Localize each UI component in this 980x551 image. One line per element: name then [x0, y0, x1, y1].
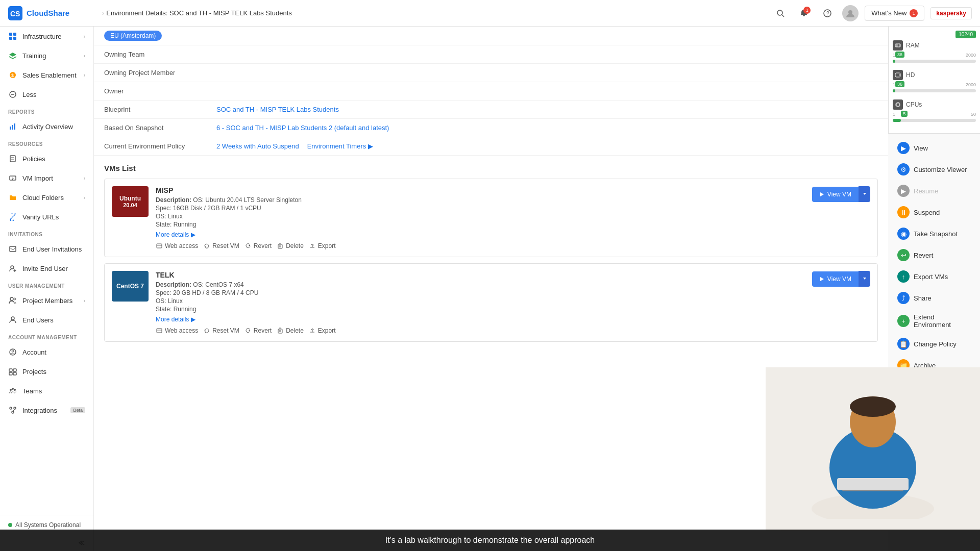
hd-slider[interactable]: 36	[893, 89, 976, 92]
svg-rect-10	[13, 37, 16, 40]
env-details-section: Owning Team Owning Project Member Owner …	[94, 45, 888, 156]
policy-label: Current Environment Policy	[104, 142, 216, 150]
dropdown-arrow-icon	[862, 191, 867, 196]
telk-play-icon	[819, 277, 824, 282]
notifications-button[interactable]: 1	[795, 5, 813, 22]
svg-rect-53	[278, 329, 282, 333]
policy-value[interactable]: 2 Weeks with Auto Suspend	[216, 142, 299, 150]
action-view[interactable]: ▶ View	[892, 138, 976, 158]
sales-icon: $	[8, 70, 17, 80]
sidebar-item-sales-enablement[interactable]: $ Sales Enablement ›	[0, 65, 93, 85]
telk-more-details[interactable]: More details ▶	[156, 316, 195, 323]
misp-more-details[interactable]: More details ▶	[156, 231, 195, 238]
svg-rect-79	[837, 478, 909, 490]
resource-top-section: 10240 RAM 1 2000	[888, 27, 980, 134]
sidebar-item-infrastructure[interactable]: Infrastructure ›	[0, 27, 93, 46]
help-icon: ?	[823, 9, 831, 17]
action-revert[interactable]: ↩ Revert	[892, 245, 976, 265]
sidebar-item-account[interactable]: Account	[0, 342, 93, 362]
misp-revert[interactable]: Revert	[244, 242, 272, 249]
misp-view-vm-dropdown[interactable]	[859, 186, 870, 202]
svg-rect-18	[10, 156, 15, 162]
telk-info: TELK Description: OS: CentOS 7 x64 Spec:…	[156, 271, 805, 334]
action-customize-viewer[interactable]: ⚙ Customize Viewer	[892, 159, 976, 180]
telk-web-access[interactable]: Web access	[156, 327, 198, 334]
top-resource-badge: 10240	[955, 31, 976, 38]
telk-delete[interactable]: Delete	[277, 327, 304, 334]
hd-range-top: 1 2000	[893, 82, 976, 87]
telk-revert[interactable]: Revert	[244, 327, 272, 334]
env-timers-button[interactable]: Environment Timers ▶	[307, 142, 373, 150]
sidebar-item-vm-import[interactable]: VM Import ›	[0, 168, 93, 188]
search-button[interactable]	[772, 5, 789, 22]
ram-badge: 36	[895, 52, 904, 58]
hd-fill	[893, 89, 895, 92]
cpu-resource-row: CPUs 1 50 5	[893, 99, 976, 122]
action-change-policy[interactable]: 📋 Change Policy	[892, 334, 976, 354]
delete-icon	[277, 242, 284, 249]
telk-reset-vm[interactable]: Reset VM	[203, 327, 239, 334]
svg-rect-22	[10, 246, 16, 252]
svg-line-41	[11, 409, 13, 411]
sidebar-item-project-members[interactable]: Project Members ›	[0, 291, 93, 310]
hd-label: HD	[906, 71, 915, 79]
blueprint-value[interactable]: SOC and TH - MISP TELK Labs Students	[216, 106, 339, 113]
misp-web-access[interactable]: Web access	[156, 242, 198, 249]
sidebar-item-cloud-folders[interactable]: Cloud Folders ›	[0, 188, 93, 207]
owning-project-member-label: Owning Project Member	[104, 69, 216, 77]
vanity-urls-label: Vanity URLs	[22, 213, 85, 221]
reset-vm-icon	[203, 242, 210, 249]
logo-text: CloudShare	[27, 9, 69, 17]
cloud-folders-icon	[8, 193, 17, 202]
misp-view-vm-button[interactable]: View VM	[812, 187, 859, 202]
sidebar-item-projects[interactable]: Projects	[0, 362, 93, 381]
resume-action-label: Resume	[914, 187, 938, 195]
action-share[interactable]: ⤴ Share	[892, 288, 976, 308]
sidebar-item-training[interactable]: Training ›	[0, 46, 93, 65]
sidebar-item-teams[interactable]: Teams	[0, 381, 93, 400]
account-icon	[8, 347, 17, 357]
sidebar-item-vanity-urls[interactable]: Vanity URLs	[0, 207, 93, 227]
sidebar-item-less[interactable]: Less	[0, 85, 93, 104]
ram-slider[interactable]: 36	[893, 60, 976, 63]
misp-export[interactable]: Export	[309, 242, 336, 249]
misp-thumbnail: Ubuntu 20.04	[112, 186, 149, 217]
misp-reset-vm[interactable]: Reset VM	[203, 242, 239, 249]
telk-export[interactable]: Export	[309, 327, 336, 334]
sidebar-item-integrations[interactable]: Integrations Beta	[0, 400, 93, 420]
extend-action-label: Extend Environment	[914, 313, 971, 329]
sidebar-item-end-users[interactable]: End Users	[0, 310, 93, 330]
top-resource-row: 10240	[893, 31, 976, 38]
action-extend-environment[interactable]: + Extend Environment	[892, 309, 976, 333]
ram-label-row: RAM	[893, 40, 976, 51]
action-suspend[interactable]: ⏸ Suspend	[892, 202, 976, 222]
misp-delete[interactable]: Delete	[277, 242, 304, 249]
telk-view-vm-button[interactable]: View VM	[812, 271, 859, 287]
snapshot-value[interactable]: 6 - SOC and TH - MISP Lab Students 2 (de…	[216, 124, 389, 132]
whats-new-button[interactable]: What's New 1	[865, 6, 924, 21]
topbar-actions: 1 ? What's New 1 kaspersky	[772, 5, 972, 22]
vanity-urls-icon	[8, 212, 17, 221]
blueprint-label: Blueprint	[104, 106, 216, 113]
infrastructure-chevron: ›	[84, 34, 85, 39]
sidebar-item-invite-end-user[interactable]: Invite End User	[0, 259, 93, 278]
user-avatar[interactable]	[842, 5, 859, 21]
action-take-snapshot[interactable]: ◉ Take Snapshot	[892, 223, 976, 244]
misp-actions-row: Web access Reset VM	[156, 242, 805, 249]
telk-view-vm-dropdown[interactable]	[859, 271, 870, 287]
sidebar-item-policies[interactable]: Policies	[0, 149, 93, 168]
cpu-slider[interactable]: 5	[893, 119, 976, 122]
svg-marker-50	[863, 193, 866, 195]
sidebar-item-end-user-invitations[interactable]: End User Invitations	[0, 239, 93, 259]
help-button[interactable]: ?	[819, 5, 836, 22]
sidebar-item-activity-overview[interactable]: Activity Overview	[0, 117, 93, 136]
svg-rect-7	[9, 33, 12, 36]
cpu-label: CPUs	[906, 101, 922, 108]
action-export-vms[interactable]: ↑ Export VMs	[892, 266, 976, 287]
svg-rect-17	[14, 123, 15, 130]
svg-point-28	[11, 317, 14, 320]
telk-view-vm-group: View VM	[812, 271, 870, 287]
owner-row: Owner	[94, 82, 888, 101]
activity-label: Activity Overview	[22, 123, 85, 131]
end-user-inv-icon	[8, 244, 17, 254]
